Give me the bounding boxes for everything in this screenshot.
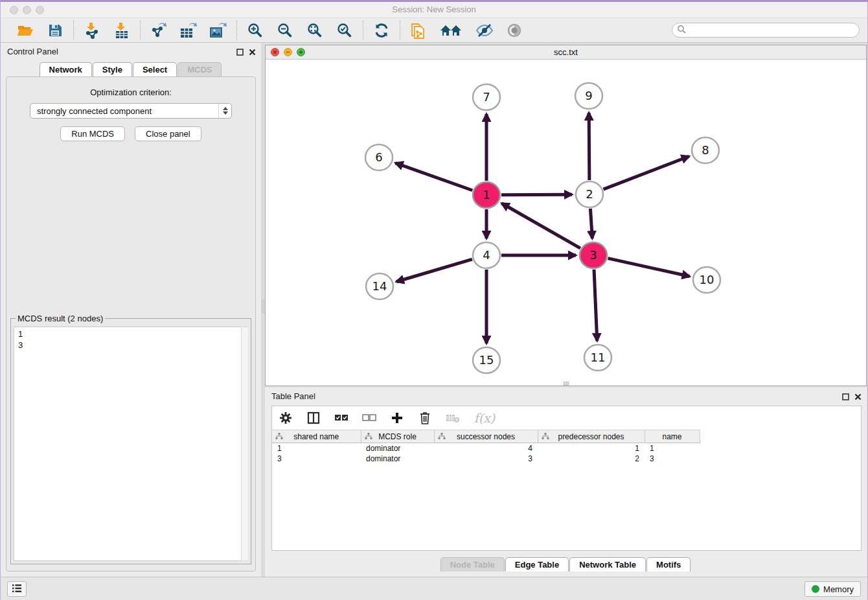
cell-successor-nodes[interactable]: 4 bbox=[434, 443, 538, 454]
column-header-successor-nodes[interactable]: successor nodes bbox=[434, 430, 538, 443]
import-table-button[interactable] bbox=[112, 21, 131, 40]
search-input[interactable] bbox=[689, 25, 859, 36]
import-network-button[interactable] bbox=[82, 21, 102, 40]
graph-edge-3-1[interactable] bbox=[502, 203, 580, 248]
graph-node-8[interactable]: 8 bbox=[692, 137, 719, 163]
table-row[interactable]: 3 dominator 3 2 3 bbox=[272, 454, 700, 464]
graph-edge-2-8[interactable] bbox=[604, 156, 689, 189]
close-panel-icon[interactable] bbox=[249, 47, 256, 58]
graph-node-11[interactable]: 11 bbox=[584, 345, 611, 371]
graph-node-9[interactable]: 9 bbox=[575, 83, 602, 109]
export-table-icon bbox=[179, 22, 198, 39]
cell-successor-nodes[interactable]: 3 bbox=[434, 454, 538, 464]
memory-button[interactable]: Memory bbox=[805, 581, 861, 597]
list-icon bbox=[12, 584, 22, 595]
svg-text:4: 4 bbox=[483, 248, 490, 262]
columns-icon bbox=[307, 411, 320, 424]
first-neighbors-button[interactable] bbox=[439, 21, 464, 40]
zoom-fit-button[interactable] bbox=[305, 21, 325, 40]
cell-name[interactable]: 1 bbox=[645, 443, 700, 454]
deselect-all-columns-button[interactable] bbox=[362, 411, 376, 425]
run-mcds-button[interactable]: Run MCDS bbox=[60, 126, 125, 141]
float-panel-icon[interactable] bbox=[842, 391, 849, 403]
graph-node-3[interactable]: 3 bbox=[580, 242, 607, 268]
graph-node-10[interactable]: 10 bbox=[693, 267, 720, 293]
graph-edge-1-2[interactable] bbox=[501, 194, 572, 195]
window-resize-grip[interactable] bbox=[564, 382, 569, 386]
zoom-out-button[interactable] bbox=[275, 21, 295, 40]
graph-edge-2-9[interactable] bbox=[589, 113, 589, 180]
column-header-mcds-role[interactable]: MCDS role bbox=[361, 430, 434, 443]
tab-mcds[interactable]: MCDS bbox=[177, 62, 222, 76]
export-image-button[interactable] bbox=[209, 21, 228, 40]
tab-style[interactable]: Style bbox=[93, 62, 132, 76]
table-row[interactable]: 1 dominator 4 1 1 bbox=[272, 443, 700, 454]
show-all-button[interactable] bbox=[505, 21, 524, 40]
eye-slash-icon bbox=[475, 23, 494, 38]
tab-network[interactable]: Network bbox=[40, 62, 92, 76]
column-label: name bbox=[662, 432, 681, 441]
cell-mcds-role[interactable]: dominator bbox=[361, 454, 434, 464]
zoom-out-icon bbox=[277, 22, 293, 39]
export-table-button[interactable] bbox=[179, 21, 198, 40]
copy-network-button[interactable] bbox=[409, 21, 428, 40]
zoom-in-button[interactable] bbox=[246, 21, 265, 40]
graph-node-6[interactable]: 6 bbox=[365, 144, 393, 170]
svg-text:7: 7 bbox=[483, 90, 490, 104]
search-field[interactable] bbox=[672, 23, 860, 38]
column-header-predecessor-nodes[interactable]: predecessor nodes bbox=[538, 430, 645, 443]
graph-edge-3-11[interactable] bbox=[594, 270, 597, 341]
tab-node-table[interactable]: Node Table bbox=[440, 557, 505, 571]
network-title: scc.txt bbox=[266, 47, 866, 57]
open-session-button[interactable] bbox=[16, 21, 35, 40]
graph-node-1[interactable]: 1 bbox=[473, 182, 500, 208]
mcds-result-text[interactable]: 1 3 bbox=[14, 327, 248, 561]
column-layout-button[interactable] bbox=[306, 411, 321, 425]
export-network-button[interactable] bbox=[149, 21, 168, 40]
select-all-columns-button[interactable] bbox=[334, 411, 348, 425]
function-builder-button[interactable]: f(x) bbox=[474, 411, 496, 425]
graph-node-4[interactable]: 4 bbox=[473, 242, 500, 268]
network-graph[interactable]: 7968124314101511 bbox=[266, 60, 866, 386]
graph-node-2[interactable]: 2 bbox=[576, 181, 603, 207]
import-network-icon bbox=[84, 22, 100, 39]
cell-predecessor-nodes[interactable]: 2 bbox=[538, 454, 645, 464]
column-header-name[interactable]: name bbox=[645, 430, 700, 443]
graph-edge-4-14[interactable] bbox=[396, 259, 472, 282]
save-session-button[interactable] bbox=[45, 21, 65, 40]
hide-selected-button[interactable] bbox=[475, 21, 494, 40]
column-type-icon bbox=[365, 433, 372, 442]
tab-edge-table[interactable]: Edge Table bbox=[505, 557, 569, 571]
column-type-icon bbox=[275, 433, 283, 442]
add-column-button[interactable] bbox=[390, 411, 404, 425]
zoom-selected-button[interactable] bbox=[335, 21, 354, 40]
graph-edge-3-10[interactable] bbox=[608, 259, 689, 277]
close-panel-icon[interactable] bbox=[854, 391, 862, 403]
cell-name[interactable]: 3 bbox=[645, 454, 700, 464]
cell-mcds-role[interactable]: dominator bbox=[361, 443, 434, 454]
delete-table-button[interactable] bbox=[446, 411, 460, 425]
cell-predecessor-nodes[interactable]: 1 bbox=[538, 443, 645, 454]
graph-edge-1-6[interactable] bbox=[395, 163, 472, 190]
delete-column-button[interactable] bbox=[418, 411, 432, 425]
cell-shared-name[interactable]: 1 bbox=[272, 443, 361, 454]
graph-node-14[interactable]: 14 bbox=[366, 273, 393, 299]
task-history-button[interactable] bbox=[7, 581, 27, 597]
save-icon bbox=[47, 23, 63, 38]
column-header-shared-name[interactable]: shared name bbox=[272, 430, 361, 443]
network-canvas[interactable]: 7968124314101511 bbox=[266, 60, 866, 386]
table-settings-button[interactable] bbox=[279, 411, 293, 425]
optimization-criterion-dropdown[interactable]: strongly connected component bbox=[30, 103, 232, 119]
tab-network-table[interactable]: Network Table bbox=[569, 557, 646, 571]
tab-select[interactable]: Select bbox=[133, 62, 177, 76]
close-panel-button[interactable]: Close panel bbox=[135, 126, 201, 141]
tab-motifs[interactable]: Motifs bbox=[646, 557, 691, 571]
graph-edge-2-3[interactable] bbox=[590, 209, 592, 238]
result-scrollbar[interactable] bbox=[241, 327, 248, 561]
graph-node-7[interactable]: 7 bbox=[473, 84, 500, 110]
apply-layout-button[interactable] bbox=[372, 21, 391, 40]
trash-icon bbox=[419, 411, 431, 424]
float-panel-icon[interactable] bbox=[236, 47, 244, 58]
graph-node-15[interactable]: 15 bbox=[473, 347, 500, 373]
cell-shared-name[interactable]: 3 bbox=[272, 454, 361, 464]
